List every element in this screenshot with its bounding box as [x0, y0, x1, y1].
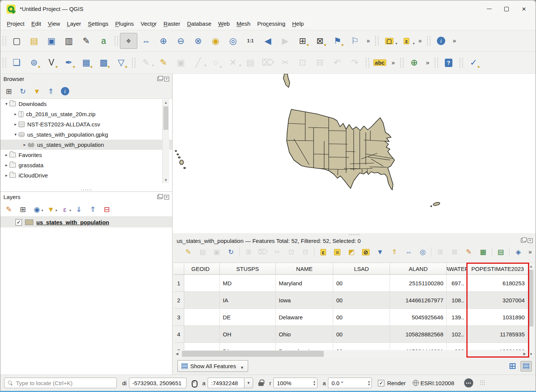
menu-layer[interactable]: Layer [64, 19, 85, 28]
menu-project[interactable]: Project [3, 19, 28, 28]
row-number[interactable]: 4 [174, 326, 184, 343]
menu-edit[interactable]: Edit [28, 19, 45, 28]
form-view-toggle[interactable] [507, 361, 518, 372]
zoom-last-icon[interactable]: ◀ [259, 33, 277, 49]
cell-name[interactable]: Maryland [276, 275, 333, 292]
cell-stusps[interactable]: MD [220, 275, 276, 292]
table-scroll-left-icon[interactable]: ◀ [174, 350, 180, 358]
toolbar-overflow[interactable]: » [423, 59, 432, 66]
cell-aland[interactable]: 144661267977 [390, 292, 447, 309]
cell-aland[interactable]: 25151100280 [390, 275, 447, 292]
pan-to-selected-icon[interactable]: ⇔ [401, 246, 416, 258]
table-actions-icon[interactable]: ◈ [511, 246, 525, 258]
toolbar-handle[interactable] [3, 36, 6, 46]
cell-aland[interactable]: 5045925646 [390, 309, 447, 326]
menu-settings[interactable]: Settings [84, 19, 112, 28]
check-geometries-icon[interactable]: ✓ [465, 55, 482, 71]
column-header-awater[interactable]: AWATER [447, 263, 468, 275]
select-all-icon[interactable]: ≡ [330, 246, 345, 258]
cell-lsad[interactable]: 00 [333, 275, 390, 292]
column-header-geoid[interactable]: GEOID [184, 263, 220, 275]
scale-dropdown-button[interactable]: ▼ [244, 378, 253, 388]
tree-expander-icon[interactable]: ▸ [22, 142, 28, 147]
table-scroll-right-icon[interactable]: ▶ [521, 350, 528, 358]
cell-awater[interactable]: 102.. [447, 326, 468, 343]
panel-splitter[interactable] [0, 188, 172, 191]
cell-geoid[interactable] [184, 292, 220, 309]
menu-database[interactable]: Database [184, 19, 215, 28]
tree-expander-icon[interactable]: ▸ [3, 152, 9, 157]
tree-expander-icon[interactable]: ▸ [3, 163, 9, 168]
toolbar-overflow[interactable]: » [388, 59, 398, 66]
layers-float-icon[interactable] [157, 195, 162, 199]
pan-to-selection-icon[interactable]: ⇔ [137, 33, 155, 49]
browser-close-icon[interactable]: × [164, 77, 169, 81]
menu-processing[interactable]: Processing [254, 19, 289, 28]
toolbar-handle[interactable] [375, 36, 379, 46]
feature-filter-button[interactable]: Show All Features ▼ [177, 360, 248, 372]
crs-status[interactable]: ESRI:102008 [421, 380, 454, 386]
attr-float-icon[interactable] [521, 238, 526, 243]
menu-help[interactable]: Help [289, 19, 307, 28]
open-layer-styling-dock-icon[interactable]: ✎ [2, 203, 16, 216]
browser-item-grassdata[interactable]: ▸grassdata [0, 160, 172, 170]
tree-expander-icon[interactable]: ▸ [12, 122, 19, 127]
refresh-browser-icon[interactable]: ↻ [16, 85, 30, 98]
cell-name[interactable]: Ohio [276, 326, 333, 343]
minimize-button[interactable] [480, 0, 498, 17]
open-data-source-manager-icon[interactable]: ❏ [8, 55, 25, 71]
layers-close-icon[interactable]: × [164, 195, 169, 199]
move-selection-to-top-icon[interactable]: ⇑ [387, 246, 402, 258]
browser-item-us-states-with-population[interactable]: ▸us_states_with_population [0, 140, 172, 150]
menu-raster[interactable]: Raster [160, 19, 183, 28]
column-header-stusps[interactable]: STUSPS [220, 263, 276, 275]
menu-plugins[interactable]: Plugins [112, 19, 137, 28]
add-group-icon[interactable]: ⊞ [16, 203, 30, 216]
row-number[interactable]: 1 [174, 275, 184, 292]
cell-geoid[interactable] [184, 275, 220, 292]
browser-item-favorites[interactable]: ▸Favorites [0, 150, 172, 160]
browser-float-icon[interactable] [157, 77, 162, 81]
cell-awater[interactable]: 697.. [447, 275, 468, 292]
row-number[interactable]: 3 [174, 309, 184, 326]
toolbar-overflow[interactable]: » [525, 249, 535, 255]
save-project-icon[interactable]: ▣ [43, 33, 60, 49]
metasearch-catalog-icon[interactable]: ⊕ [405, 55, 423, 71]
dock-attribute-table-icon[interactable]: ▤ [494, 246, 508, 258]
browser-item-nst-est2023-alldata-csv[interactable]: ▸NST-EST2023-ALLDATA.csv [0, 119, 172, 129]
new-print-layout-icon[interactable]: ▥ [60, 33, 78, 49]
add-selected-layers-icon[interactable]: ⊞ [2, 85, 16, 98]
scroll-up-icon[interactable]: ▲ [163, 99, 169, 106]
lock-scale-icon[interactable] [258, 380, 264, 386]
filter-legend-icon[interactable]: ▼▾ [44, 203, 58, 216]
zoom-out-icon[interactable]: ⊖ [172, 33, 190, 49]
identify-features-icon[interactable]: i [432, 33, 450, 49]
layer-item[interactable]: ✓ us_states_with_population [0, 217, 172, 227]
cell-name[interactable]: Iowa [276, 292, 333, 309]
close-button[interactable]: × [515, 0, 533, 17]
cell-popestimate2023[interactable]: 3207004 [468, 292, 528, 309]
cell-lsad[interactable]: 00 [333, 292, 390, 309]
browser-item-iclouddrive[interactable]: ▸iCloudDrive [0, 170, 172, 180]
add-vector-layer-icon[interactable]: V [43, 55, 60, 71]
select-by-expression-icon[interactable]: ε▾ [398, 33, 415, 49]
cell-geoid[interactable] [184, 309, 220, 326]
menu-mesh[interactable]: Mesh [233, 19, 254, 28]
toolbar-handle[interactable] [427, 36, 430, 46]
magnifier-spinner[interactable]: 100% ▲▼ [273, 378, 317, 388]
cell-stusps[interactable]: DE [220, 309, 276, 326]
menu-view[interactable]: View [45, 19, 64, 28]
toggle-editing-mode-icon[interactable]: ✎ [181, 246, 196, 258]
tree-expander-icon[interactable]: ▾ [3, 101, 9, 106]
collapse-all-layers-icon[interactable]: ⇑ [86, 203, 100, 216]
messages-icon[interactable]: ••• [464, 378, 473, 387]
style-manager-icon[interactable]: a [95, 33, 112, 49]
select-features-icon[interactable]: ▢▾ [381, 33, 398, 49]
zoom-to-selected-icon[interactable]: ◎ [416, 246, 430, 258]
select-by-form-icon[interactable]: ▼ [373, 246, 387, 258]
spin-down-icon[interactable]: ▼ [313, 383, 316, 386]
cell-lsad[interactable]: 00 [333, 309, 390, 326]
add-virtual-layer-icon[interactable]: ▩ [95, 55, 112, 71]
cell-aland[interactable]: 105828882568 [390, 326, 447, 343]
open-project-icon[interactable]: ▤ [25, 33, 43, 49]
